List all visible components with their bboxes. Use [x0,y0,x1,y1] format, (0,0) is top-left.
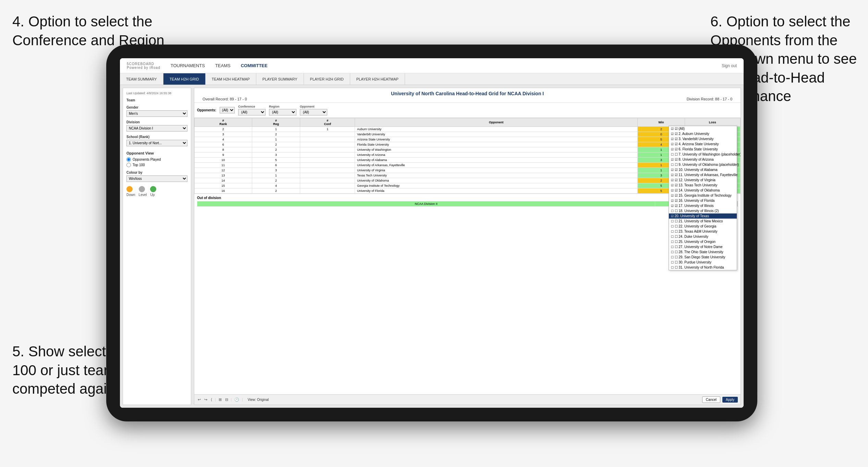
dropdown-item[interactable]: ☑ 6. Florida State University [669,147,737,152]
dash-btn[interactable]: ⊟ [224,397,229,403]
cell-rank: 6 [195,142,252,147]
tab-player-h2h-grid[interactable]: PLAYER H2H GRID [304,73,350,85]
cell-conf [300,132,355,137]
dropdown-item[interactable]: ☑ 15. Georgia Institute of Technology [669,193,737,198]
table-container[interactable]: #Rank #Reg #Conf Opponent Win Loss 2 1 1… [194,118,741,209]
region-filter-select[interactable]: (All) [269,109,296,115]
opponent-dropdown[interactable]: ☑ (All)☑ 2. Auburn University☑ 3. Vander… [669,126,737,270]
dropdown-item[interactable]: ☑ 4. Arizona State University [669,142,737,147]
nav-committee[interactable]: COMMITTEE [241,62,268,70]
dropdown-item[interactable]: ☑ 12. University of Virginia [669,177,737,183]
dropdown-item[interactable]: ☐ 25. University of Oregon [669,239,737,244]
opponents-filter-select[interactable]: (All) [220,107,235,113]
nav-teams[interactable]: TEAMS [215,62,231,70]
undo-btn[interactable]: ↩ [197,397,201,403]
sign-out[interactable]: Sign out [722,63,737,68]
dropdown-item[interactable]: ☐ 30. Purdue University [669,260,737,265]
dropdown-item[interactable]: ☐ 24. Duke University [669,234,737,239]
dropdown-item[interactable]: ☐ 28. The Ohio State University [669,249,737,255]
region-filter-label: Region [269,105,296,108]
opponent-filter-group: Opponent (All) [300,105,327,115]
cell-conf [300,163,355,168]
dropdown-item[interactable]: ☑ 8. University of Arizona [669,157,737,162]
table-row: 10 5 University of Alabama 3 0 [195,158,741,163]
dropdown-item[interactable]: ☐ 27. University of Notre Dame [669,244,737,249]
dropdown-item[interactable]: ☑ (All) [669,126,737,131]
table-row: 16 2 University of Florida 5 1 [195,188,741,194]
cell-rank: 11 [195,163,252,168]
colour-by-label: Colour by [126,171,187,174]
tab-team-summary[interactable]: TEAM SUMMARY [120,73,163,85]
dropdown-item[interactable]: ☐ 29. San Diego State University [669,255,737,260]
view-label: View: Original [248,398,269,402]
cell-conf [300,183,355,188]
right-panel: University of North Carolina Head-to-Hea… [194,88,741,405]
bottom-toolbar: ↩ ↪ ⟨ | ⊞ ⊟ | 🕐 | View: Original Cancel … [194,394,741,405]
colour-by-select[interactable]: Win/loss [126,175,187,182]
copy-btn[interactable]: ⊞ [218,397,222,403]
region-filter-group: Region (All) [269,105,296,115]
cell-opponent: Auburn University [355,127,638,132]
dropdown-item[interactable]: ☑ 17. University of Illinois [669,203,737,208]
nav-bar: 5COREBOARD Powered by iRoad TOURNAMENTS … [120,58,744,73]
opponent-filter-select[interactable]: (All) [300,109,327,115]
top100-radio[interactable]: Top 100 [126,163,187,167]
cancel-button[interactable]: Cancel [702,396,720,403]
nav-tournaments[interactable]: TOURNAMENTS [171,62,205,70]
cell-reg: 2 [252,188,300,194]
conference-filter-group: Conference (All) [238,105,266,115]
table-row: 9 3 University of Arizona 1 0 [195,152,741,158]
h2h-grid-table: #Rank #Reg #Conf Opponent Win Loss 2 1 1… [194,118,741,194]
division-select[interactable]: NCAA Division I [126,125,187,132]
cell-opponent: University of Virginia [355,168,638,173]
overall-record-label: Overall Record: 89 - 17 - 0 [203,97,247,101]
dropdown-item[interactable]: ☑ 16. University of Florida [669,198,737,203]
division-label: Division [126,120,187,124]
dropdown-item[interactable]: ☐ 22. University of Georgia [669,224,737,229]
out-of-division-title: Out of division [197,196,738,200]
cell-rank: 13 [195,173,252,178]
cell-rank: 12 [195,168,252,173]
cell-opponent: University of Arizona [355,152,638,158]
dropdown-item[interactable]: ☐ 23. Texas A&M University [669,229,737,234]
apply-button[interactable]: Apply [722,397,738,403]
report-header: University of North Carolina Head-to-Hea… [194,88,741,103]
gender-select[interactable]: Men's [126,110,187,117]
tablet-frame: 5COREBOARD Powered by iRoad TOURNAMENTS … [106,45,757,421]
tab-player-summary[interactable]: PLAYER SUMMARY [256,73,304,85]
dropdown-item[interactable]: ☐ 9. University of Oklahoma (placeholder… [669,162,737,167]
dropdown-item[interactable]: ☐ 21. University of New Mexico [669,219,737,224]
clock-btn[interactable]: 🕐 [234,397,240,403]
back-btn[interactable]: ⟨ [210,397,213,403]
cell-opponent: Florida State University [355,142,638,147]
dropdown-item[interactable]: ☐ 18. University of Illinois (2) [669,208,737,213]
tab-team-h2h-heatmap[interactable]: TEAM H2H HEATMAP [206,73,256,85]
table-row: 14 2 University of Oklahoma 2 2 [195,178,741,183]
dropdown-item[interactable]: ☑ 14. University of Oklahoma [669,188,737,193]
table-row: 2 1 1 Auburn University 2 1 [195,127,741,132]
opponents-played-radio[interactable]: Opponents Played [126,157,187,162]
col-conf: #Conf [300,118,355,127]
cell-reg: 3 [252,152,300,158]
tab-player-h2h-heatmap[interactable]: PLAYER H2H HEATMAP [350,73,405,85]
dropdown-item[interactable]: ☑ 2. Auburn University [669,131,737,136]
school-select[interactable]: 1. University of Nort... [126,140,187,146]
conference-filter-select[interactable]: (All) [238,109,266,115]
dropdown-item[interactable]: ☑ 3. Vanderbilt University [669,136,737,142]
filter-row: Opponents: (All) Conference (All) Region… [194,103,741,118]
dropdown-item[interactable]: ☑ 13. Texas Tech University [669,183,737,188]
down-label: Down [126,193,135,197]
annotation-1-text: 4. Option to select the Conference and R… [12,13,164,48]
opponents-filter-label: Opponents: [197,108,216,112]
dropdown-item[interactable]: ☑ 11. University of Arkansas, Fayettevil… [669,172,737,177]
dropdown-item[interactable]: ☑ 10. University of Alabama [669,167,737,172]
redo-btn[interactable]: ↪ [204,397,208,403]
dropdown-item[interactable]: ☐ 31. University of North Florida [669,265,737,270]
out-of-division: Out of division NCAA Division II 1 0 [194,194,741,209]
col-loss: Loss [685,118,740,127]
dropdown-item[interactable]: 20. University of Texas [669,213,737,219]
cell-rank: 10 [195,158,252,163]
cell-conf [300,173,355,178]
tab-team-h2h-grid[interactable]: TEAM H2H GRID [163,73,206,85]
dropdown-item[interactable]: ☐ 7. University of Washington (placehold… [669,152,737,157]
